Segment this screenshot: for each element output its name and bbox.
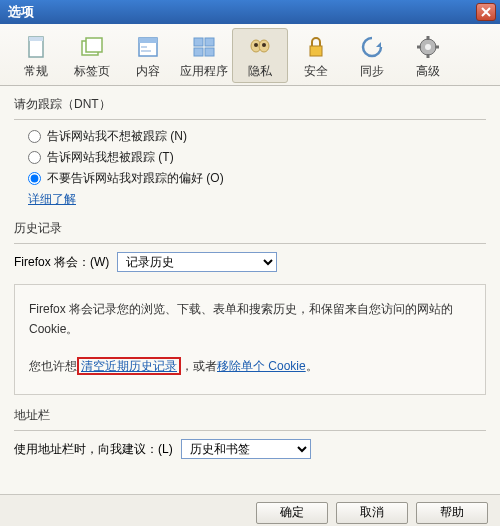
- tab-label: 应用程序: [180, 63, 228, 80]
- divider: [14, 119, 486, 120]
- svg-rect-6: [141, 46, 147, 48]
- dnt-learn-more-row: 详细了解: [28, 191, 486, 208]
- radio-input[interactable]: [28, 130, 41, 143]
- history-section: 历史记录 Firefox 将会：(W) 记录历史 Firefox 将会记录您的浏…: [14, 220, 486, 395]
- svg-rect-5: [139, 38, 157, 43]
- svg-point-18: [425, 44, 431, 50]
- dnt-option-track[interactable]: 告诉网站我想被跟踪 (T): [28, 149, 486, 166]
- radio-label: 不要告诉网站我对跟踪的偏好 (O): [47, 170, 224, 187]
- svg-rect-1: [29, 37, 43, 41]
- tab-general[interactable]: 常规: [8, 28, 64, 83]
- svg-rect-3: [86, 38, 102, 52]
- radio-label: 告诉网站我想被跟踪 (T): [47, 149, 174, 166]
- radio-label: 告诉网站我不想被跟踪 (N): [47, 128, 187, 145]
- applications-icon: [190, 33, 218, 61]
- security-icon: [302, 33, 330, 61]
- toolbar: 常规 标签页 内容 应用程序 隐私 安全 同步 高级: [0, 24, 500, 86]
- tab-content[interactable]: 内容: [120, 28, 176, 83]
- gear-icon: [414, 33, 442, 61]
- titlebar: 选项: [0, 0, 500, 24]
- svg-rect-10: [194, 48, 203, 56]
- tab-label: 常规: [24, 63, 48, 80]
- radio-input[interactable]: [28, 172, 41, 185]
- tab-privacy[interactable]: 隐私: [232, 28, 288, 83]
- remove-cookie-link[interactable]: 移除单个 Cookie: [217, 359, 306, 373]
- dnt-title: 请勿跟踪（DNT）: [14, 96, 486, 113]
- learn-more-link[interactable]: 详细了解: [28, 191, 76, 208]
- window-title: 选项: [8, 3, 34, 21]
- svg-rect-8: [194, 38, 203, 46]
- clear-history-link[interactable]: 清空近期历史记录: [81, 359, 177, 373]
- tab-label: 标签页: [74, 63, 110, 80]
- addressbar-title: 地址栏: [14, 407, 486, 424]
- highlight-box: 清空近期历史记录: [77, 357, 181, 375]
- close-button[interactable]: [476, 3, 496, 21]
- divider: [14, 243, 486, 244]
- ok-button[interactable]: 确定: [256, 502, 328, 524]
- svg-rect-9: [205, 38, 214, 46]
- dnt-option-no-track[interactable]: 告诉网站我不想被跟踪 (N): [28, 128, 486, 145]
- addressbar-section: 地址栏 使用地址栏时，向我建议：(L) 历史和书签: [14, 407, 486, 459]
- content-area: 请勿跟踪（DNT） 告诉网站我不想被跟踪 (N) 告诉网站我想被跟踪 (T) 不…: [0, 86, 500, 494]
- tab-tabs[interactable]: 标签页: [64, 28, 120, 83]
- divider: [14, 430, 486, 431]
- tab-label: 隐私: [248, 63, 272, 80]
- tab-applications[interactable]: 应用程序: [176, 28, 232, 83]
- svg-rect-16: [310, 46, 322, 56]
- tab-security[interactable]: 安全: [288, 28, 344, 83]
- history-mode-row: Firefox 将会：(W) 记录历史: [14, 252, 486, 272]
- svg-point-15: [262, 43, 266, 47]
- history-label: Firefox 将会：(W): [14, 254, 109, 271]
- tab-label: 同步: [360, 63, 384, 80]
- dnt-option-no-pref[interactable]: 不要告诉网站我对跟踪的偏好 (O): [28, 170, 486, 187]
- tab-label: 高级: [416, 63, 440, 80]
- cancel-button[interactable]: 取消: [336, 502, 408, 524]
- sync-icon: [358, 33, 386, 61]
- tab-label: 安全: [304, 63, 328, 80]
- tabs-icon: [78, 33, 106, 61]
- addressbar-suggest-row: 使用地址栏时，向我建议：(L) 历史和书签: [14, 439, 486, 459]
- history-desc-2: 您也许想清空近期历史记录，或者移除单个 Cookie。: [29, 356, 471, 376]
- history-mode-select[interactable]: 记录历史: [117, 252, 277, 272]
- content-icon: [134, 33, 162, 61]
- history-desc-1: Firefox 将会记录您的浏览、下载、表单和搜索历史，和保留来自您访问的网站的…: [29, 299, 471, 340]
- close-icon: [481, 7, 491, 17]
- dnt-section: 请勿跟踪（DNT） 告诉网站我不想被跟踪 (N) 告诉网站我想被跟踪 (T) 不…: [14, 96, 486, 208]
- history-title: 历史记录: [14, 220, 486, 237]
- privacy-icon: [246, 33, 274, 61]
- help-button[interactable]: 帮助: [416, 502, 488, 524]
- tab-sync[interactable]: 同步: [344, 28, 400, 83]
- svg-point-14: [254, 43, 258, 47]
- tab-advanced[interactable]: 高级: [400, 28, 456, 83]
- addressbar-label: 使用地址栏时，向我建议：(L): [14, 441, 173, 458]
- svg-rect-7: [141, 50, 151, 52]
- radio-input[interactable]: [28, 151, 41, 164]
- svg-rect-11: [205, 48, 214, 56]
- history-description-box: Firefox 将会记录您的浏览、下载、表单和搜索历史，和保留来自您访问的网站的…: [14, 284, 486, 395]
- general-icon: [22, 33, 50, 61]
- button-bar: 确定 取消 帮助: [0, 494, 500, 526]
- tab-label: 内容: [136, 63, 160, 80]
- addressbar-suggest-select[interactable]: 历史和书签: [181, 439, 311, 459]
